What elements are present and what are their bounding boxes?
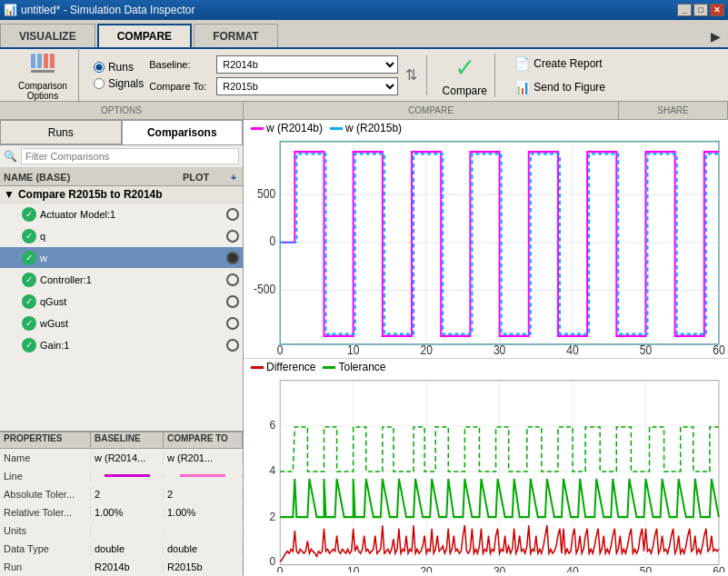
tree-row[interactable]: ✓ qGust <box>0 291 243 313</box>
main-content: Runs Comparisons 🔍 NAME (BASE) PLOT + ▼ … <box>0 120 728 576</box>
table-header: NAME (BASE) PLOT + <box>0 168 243 186</box>
svg-text:20: 20 <box>420 564 432 572</box>
tab-visualize[interactable]: VISUALIZE <box>0 24 95 47</box>
comparison-options-icon <box>28 50 57 79</box>
compare-label: Compare <box>443 84 487 97</box>
check-icon: ✓ <box>22 338 36 353</box>
title-bar: 📊 untitled* - Simulation Data Inspector … <box>0 0 728 20</box>
plot-circle[interactable] <box>226 339 239 352</box>
check-icon: ✓ <box>22 294 36 309</box>
plot-circle[interactable] <box>226 295 239 308</box>
filter-row: 🔍 <box>0 145 243 168</box>
props-col-properties: PROPERTIES <box>0 432 91 448</box>
tree-row-w[interactable]: ✓ w <box>0 247 243 269</box>
legend-r2015b: w (R2015b) <box>330 122 402 134</box>
send-to-figure-label: Send to Figure <box>534 81 605 94</box>
close-button[interactable]: ✕ <box>710 4 724 16</box>
props-col-compare: COMPARE TO <box>164 432 243 448</box>
svg-text:30: 30 <box>494 343 505 355</box>
comparison-options-label: ComparisonOptions <box>18 81 67 101</box>
svg-text:50: 50 <box>640 564 652 572</box>
chart-top: w (R2014b) w (R2015b) <box>244 120 728 359</box>
plot-circle[interactable] <box>226 317 239 330</box>
runs-button[interactable]: Runs <box>0 120 122 144</box>
baseline-label: Baseline: <box>149 59 213 70</box>
create-report-label: Create Report <box>534 57 602 70</box>
runs-radio-item[interactable]: Runs <box>94 61 144 74</box>
comparison-options-button[interactable]: ComparisonOptions <box>15 48 71 103</box>
tab-arrow-icon[interactable]: ▶ <box>703 25 728 47</box>
baseline-select[interactable]: R2014b <box>216 55 398 74</box>
plot-circle[interactable] <box>226 273 239 286</box>
signals-radio[interactable] <box>94 78 105 89</box>
chart-bottom-legend: Difference Tolerance <box>244 359 728 375</box>
props-name-compare: w (R201... <box>164 452 243 464</box>
props-abs-tol-label: Absolute Toler... <box>0 488 91 501</box>
legend-tolerance: Tolerance <box>323 361 385 373</box>
runs-comparisons-bar: Runs Comparisons <box>0 120 243 145</box>
tree-row[interactable]: ✓ q <box>0 225 243 247</box>
svg-text:2: 2 <box>269 509 275 523</box>
compare-to-select[interactable]: R2015b <box>216 77 398 95</box>
check-icon: ✓ <box>22 229 36 243</box>
compare-button[interactable]: ✓ Compare <box>442 54 487 97</box>
radio-group: Runs Signals <box>94 61 144 90</box>
chart-top-legend: w (R2014b) w (R2015b) <box>244 120 728 136</box>
create-report-button[interactable]: 📄 Create Report <box>510 54 610 74</box>
svg-text:60: 60 <box>713 343 724 355</box>
row-name: Gain:1 <box>40 340 217 351</box>
compare-to-row: Compare To: R2015b <box>149 77 398 95</box>
runs-radio-label: Runs <box>108 61 134 74</box>
swap-icon[interactable]: ⇅ <box>405 66 417 84</box>
props-line-baseline <box>91 473 164 478</box>
compare-checkmark-icon: ✓ <box>450 54 479 83</box>
runs-radio[interactable] <box>94 62 105 73</box>
props-row-datatype: Data Type double double <box>0 540 243 558</box>
share-section: 📄 Create Report 📊 Send to Figure <box>503 54 617 97</box>
right-panel: w (R2014b) w (R2015b) <box>244 120 728 576</box>
row-name-w: w <box>40 253 217 263</box>
chart-bottom-svg: 0 2 4 6 0 10 20 30 40 50 60 <box>244 375 728 572</box>
plot-circle[interactable] <box>226 208 239 221</box>
filter-input[interactable] <box>21 148 239 164</box>
svg-text:0: 0 <box>269 553 275 568</box>
tree-collapse-icon[interactable]: ▼ <box>4 188 15 201</box>
tab-compare[interactable]: COMPARE <box>97 24 192 47</box>
row-name: Controller:1 <box>40 274 217 285</box>
svg-text:0: 0 <box>277 343 284 355</box>
check-icon: ✓ <box>22 273 36 287</box>
properties-header: PROPERTIES BASELINE COMPARE TO <box>0 432 243 449</box>
props-row-line: Line <box>0 467 243 485</box>
compare-to-label: Compare To: <box>149 81 213 92</box>
svg-rect-2 <box>31 70 55 73</box>
maximize-button[interactable]: □ <box>693 4 708 16</box>
svg-text:40: 40 <box>566 564 578 572</box>
svg-text:10: 10 <box>347 343 359 355</box>
props-datatype-compare: double <box>164 542 243 555</box>
row-name: qGust <box>40 296 217 307</box>
props-units-label: Units <box>0 524 91 537</box>
tab-format[interactable]: FORMAT <box>194 24 277 47</box>
tree-row[interactable]: ✓ Controller:1 <box>0 269 243 291</box>
col-add-header[interactable]: + <box>224 172 243 183</box>
legend-label-r2014b: w (R2014b) <box>266 122 323 134</box>
legend-difference: Difference <box>251 361 315 373</box>
run-signal-section: Runs Signals Baseline: R2014b Compare To… <box>86 55 427 95</box>
send-to-figure-icon: 📊 <box>514 80 530 94</box>
legend-color-green <box>323 366 335 369</box>
send-to-figure-button[interactable]: 📊 Send to Figure <box>510 77 610 97</box>
tree-row[interactable]: ✓ Actuator Model:1 <box>0 204 243 225</box>
line-swatch-magenta <box>105 474 150 477</box>
plot-circle[interactable] <box>226 230 239 243</box>
minimize-button[interactable]: _ <box>677 4 692 16</box>
plot-circle-filled[interactable] <box>226 252 239 264</box>
comparisons-button[interactable]: Comparisons <box>122 120 244 144</box>
check-icon: ✓ <box>22 316 36 331</box>
tree-group-label: Compare R2015b to R2014b <box>18 188 163 201</box>
chart-bottom: Difference Tolerance <box>244 359 728 576</box>
tree-row[interactable]: ✓ Gain:1 <box>0 334 243 356</box>
tree-row[interactable]: ✓ wGust <box>0 313 243 334</box>
svg-text:0: 0 <box>277 564 284 572</box>
props-row-name: Name w (R2014... w (R201... <box>0 449 243 467</box>
signals-radio-item[interactable]: Signals <box>94 77 144 90</box>
